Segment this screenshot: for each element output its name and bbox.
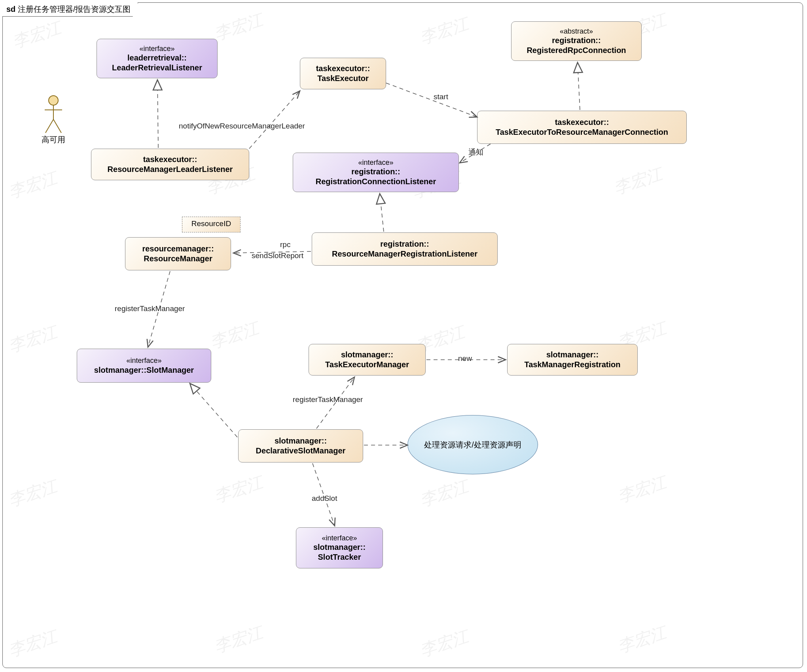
node-slot-manager: «interface» slotmanager::SlotManager <box>77 349 211 383</box>
stereotype: «interface» <box>81 356 207 365</box>
svg-point-0 <box>49 96 58 105</box>
node-name-line1: taskexecutor:: <box>304 64 382 74</box>
note-resource-id: ResourceID <box>182 217 241 232</box>
node-declarative-slot-manager: slotmanager:: DeclarativeSlotManager <box>238 429 363 462</box>
edge-label-register-tm-1: registerTaskManager <box>115 304 185 313</box>
node-name-line1: taskexecutor:: <box>481 117 682 127</box>
node-name-line1: registration:: <box>316 239 493 249</box>
node-name-line1: resourcemanager:: <box>129 244 227 254</box>
node-name-line1: slotmanager:: <box>242 436 359 446</box>
node-resource-manager: resourcemanager:: ResourceManager <box>125 237 231 270</box>
node-name-line1: leaderretrieval:: <box>101 53 213 63</box>
node-name-line2: RegistrationConnectionListener <box>297 177 455 187</box>
diagram-title: sd 注册任务管理器/报告资源交互图 <box>2 2 138 17</box>
svg-line-4 <box>53 119 61 133</box>
node-rm-leader-listener: taskexecutor:: ResourceManagerLeaderList… <box>91 149 249 180</box>
node-name-line2: TaskExecutor <box>304 74 382 83</box>
node-name-line2: ResourceManagerLeaderListener <box>95 164 245 174</box>
node-name-line2: ResourceManager <box>129 254 227 264</box>
ellipse-text: 处理资源请求/处理资源声明 <box>424 440 521 450</box>
node-name-line2: DeclarativeSlotManager <box>242 446 359 456</box>
title-rest: 注册任务管理器/报告资源交互图 <box>15 5 131 13</box>
node-tm-registration: slotmanager:: TaskManagerRegistration <box>507 344 638 376</box>
actor-high-availability: 高可用 <box>36 95 71 145</box>
node-name: slotmanager::SlotManager <box>81 365 207 375</box>
stereotype: «interface» <box>297 158 455 167</box>
node-name-line2: RegisteredRpcConnection <box>515 45 637 55</box>
actor-label: 高可用 <box>36 134 71 145</box>
node-registration-connection-listener: «interface» registration:: RegistrationC… <box>293 153 459 192</box>
node-name-line1: registration:: <box>297 167 455 177</box>
node-name-line1: taskexecutor:: <box>95 155 245 164</box>
node-registered-rpc-connection: «abstract» registration:: RegisteredRpcC… <box>511 21 642 61</box>
stereotype: «interface» <box>300 534 379 543</box>
node-name-line2: SlotTracker <box>300 552 379 562</box>
edge-label-send-slot-report: sendSlotReport <box>252 251 303 260</box>
node-name-line1: slotmanager:: <box>313 350 421 360</box>
node-name-line2: TaskExecutorToResourceManagerConnection <box>481 127 682 137</box>
node-task-executor-manager: slotmanager:: TaskExecutorManager <box>309 344 426 376</box>
edge-label-start: start <box>434 92 448 101</box>
diagram-frame <box>2 2 803 668</box>
actor-icon <box>42 95 65 134</box>
node-slot-tracker: «interface» slotmanager:: SlotTracker <box>296 527 383 568</box>
node-te-to-rm-connection: taskexecutor:: TaskExecutorToResourceMan… <box>477 111 687 144</box>
node-rm-registration-listener: registration:: ResourceManagerRegistrati… <box>312 232 498 266</box>
node-leader-retrieval-listener: «interface» leaderretrieval:: LeaderRetr… <box>97 39 218 78</box>
edge-label-notify-leader: notifyOfNewResourceManagerLeader <box>179 122 305 130</box>
node-name-line2: TaskManagerRegistration <box>511 360 633 370</box>
title-prefix: sd <box>6 5 15 13</box>
edge-label-add-slot: addSlot <box>312 494 337 503</box>
node-task-executor: taskexecutor:: TaskExecutor <box>300 58 386 89</box>
node-name-line2: TaskExecutorManager <box>313 360 421 370</box>
node-name-line2: ResourceManagerRegistrationListener <box>316 249 493 259</box>
node-name-line1: registration:: <box>515 36 637 45</box>
node-process-resource-request: 处理资源请求/处理资源声明 <box>407 415 538 474</box>
node-name-line2: LeaderRetrievalListener <box>101 63 213 73</box>
svg-line-3 <box>45 119 53 133</box>
node-name-line1: slotmanager:: <box>300 542 379 552</box>
edge-label-new: new <box>458 354 472 363</box>
node-name-line1: slotmanager:: <box>511 350 633 360</box>
edge-label-rpc: rpc <box>280 240 290 249</box>
stereotype: «abstract» <box>515 27 637 36</box>
note-text: ResourceID <box>191 219 231 228</box>
edge-label-register-tm-2: registerTaskManager <box>293 395 363 404</box>
stereotype: «interface» <box>101 44 213 53</box>
edge-label-notify: 通知 <box>468 147 483 157</box>
